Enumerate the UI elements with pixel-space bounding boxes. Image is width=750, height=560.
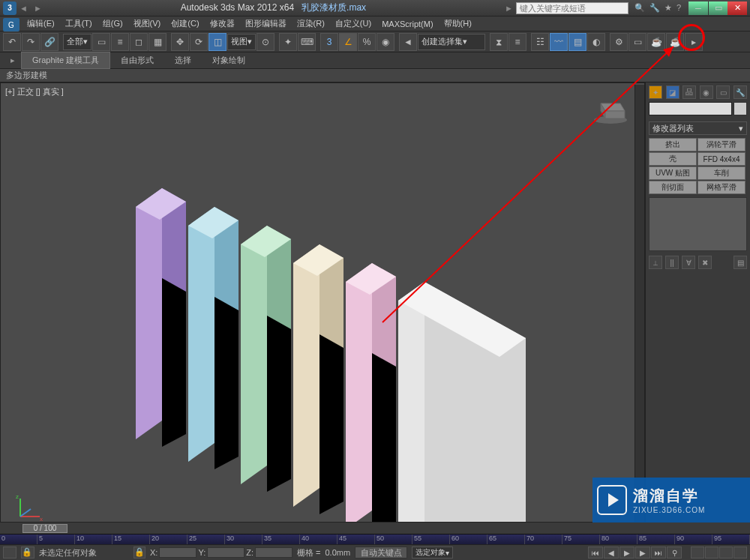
nav-pan-icon[interactable]: [691, 547, 704, 559]
stack-pin-icon[interactable]: ⟂: [649, 256, 662, 269]
curve-editor-button[interactable]: 〰: [550, 33, 568, 51]
refcoord-dropdown[interactable]: 视图 ▾: [227, 34, 256, 50]
goto-end-button[interactable]: ⏭: [651, 547, 666, 559]
redo-button[interactable]: ↷: [22, 33, 40, 51]
mod-slice-button[interactable]: 剖切面: [649, 181, 697, 194]
mirror-button[interactable]: ⧗: [490, 33, 508, 51]
layers-button[interactable]: ☷: [531, 33, 549, 51]
mod-meshsmooth-button[interactable]: 网格平滑: [698, 181, 746, 194]
object-color-swatch[interactable]: [734, 102, 747, 115]
window-close-button[interactable]: ✕: [728, 1, 747, 15]
menu-group[interactable]: 组(G): [98, 16, 128, 31]
select-name-button[interactable]: ≡: [111, 33, 129, 51]
nav-orbit-icon[interactable]: [719, 547, 733, 559]
window-crossing-button[interactable]: ▦: [148, 33, 166, 51]
menu-render[interactable]: 渲染(R): [292, 16, 329, 31]
menu-modifier[interactable]: 修改器: [206, 16, 239, 31]
selection-scope-dropdown[interactable]: 全部 ▾: [63, 34, 92, 50]
app-logo-icon[interactable]: 3: [3, 1, 16, 15]
goto-start-button[interactable]: ⏮: [588, 547, 603, 559]
menu-create[interactable]: 创建(C): [166, 16, 203, 31]
autokey-button[interactable]: 自动关键点: [355, 547, 407, 559]
timeline-ruler[interactable]: 05 1015 2025 3035 4045 5055 6065 7075 80…: [0, 534, 750, 544]
mod-extrude-button[interactable]: 挤出: [649, 138, 697, 151]
key-mode-icon[interactable]: ⚲: [667, 547, 682, 559]
stack-showend-icon[interactable]: ||: [665, 256, 679, 269]
infocenter-help-icon[interactable]: ?: [676, 3, 681, 13]
render-production-button[interactable]: ☕: [647, 33, 665, 51]
named-selset-prev[interactable]: ◄: [399, 33, 417, 51]
render-iterative-button[interactable]: ☕: [666, 33, 684, 51]
panel-hierarchy-icon[interactable]: 品: [682, 85, 696, 99]
coord-y-input[interactable]: [207, 547, 244, 558]
stack-remove-icon[interactable]: ✖: [698, 256, 712, 269]
stack-config-icon[interactable]: ▤: [734, 256, 747, 269]
panel-display-icon[interactable]: ▭: [716, 85, 730, 99]
manip-button[interactable]: ✦: [279, 33, 297, 51]
panel-modify-icon[interactable]: ◪: [666, 85, 680, 99]
named-selset-dropdown[interactable]: 创建选择集 ▾: [418, 34, 485, 50]
mod-ffd-button[interactable]: FFD 4x4x4: [698, 152, 746, 166]
menu-edit[interactable]: 编辑(E): [22, 16, 59, 31]
keymode-button[interactable]: ⌨: [298, 33, 316, 51]
mod-shell-button[interactable]: 壳: [649, 152, 697, 166]
modifier-list-dropdown[interactable]: 修改器列表▾: [649, 121, 747, 135]
panel-motion-icon[interactable]: ◉: [700, 85, 713, 99]
script-listener-icon[interactable]: [3, 547, 16, 559]
window-minimize-button[interactable]: ─: [688, 1, 708, 15]
percent-snap-button[interactable]: %: [358, 33, 376, 51]
mod-lathe-button[interactable]: 车削: [698, 166, 746, 180]
play-button[interactable]: ▶: [620, 547, 634, 559]
menu-tools[interactable]: 工具(T): [61, 16, 97, 31]
mod-uvw-button[interactable]: UVW 贴图: [649, 166, 697, 180]
stack-unique-icon[interactable]: ∀: [682, 256, 695, 269]
keyfilter-dropdown[interactable]: 选定对象 ▾: [412, 547, 453, 559]
scale-button[interactable]: ◫: [208, 33, 226, 51]
pivot-button[interactable]: ⊙: [256, 33, 274, 51]
menu-help[interactable]: 帮助(H): [440, 16, 476, 31]
selection-lock-icon[interactable]: 🔒: [134, 547, 146, 559]
rendered-frame-button[interactable]: ▭: [628, 33, 646, 51]
panel-create-icon[interactable]: ✦: [649, 85, 662, 99]
infocenter-star-icon[interactable]: ★: [664, 3, 672, 13]
menu-view[interactable]: 视图(V): [129, 16, 166, 31]
time-slider[interactable]: 0 / 100: [0, 522, 750, 534]
coord-z-input[interactable]: [255, 547, 292, 558]
tab-graphite[interactable]: Graphite 建模工具: [21, 52, 110, 69]
align-button[interactable]: ≡: [508, 33, 526, 51]
link-button[interactable]: 🔗: [40, 33, 58, 51]
select-region-button[interactable]: ◻: [130, 33, 148, 51]
next-frame-button[interactable]: ▶: [635, 547, 650, 559]
tab-freeform[interactable]: 自由形式: [110, 52, 164, 68]
infocenter-key-icon[interactable]: 🔧: [650, 3, 660, 13]
prev-frame-button[interactable]: ◀: [604, 547, 619, 559]
viewport-scrollbar[interactable]: [634, 85, 644, 522]
render-setup-button[interactable]: ⚙: [610, 33, 628, 51]
search-input[interactable]: [516, 2, 628, 14]
rotate-button[interactable]: ⟳: [190, 33, 208, 51]
snap-button[interactable]: 3: [320, 33, 338, 51]
window-maximize-button[interactable]: ▭: [708, 1, 728, 15]
infocenter-search-icon[interactable]: 🔍: [634, 3, 645, 13]
time-slider-handle[interactable]: 0 / 100: [22, 524, 68, 533]
tab-selection[interactable]: 选择: [164, 52, 202, 68]
menu-customize[interactable]: 自定义(U): [331, 16, 376, 31]
title-dropdown-icon[interactable]: ►: [505, 4, 513, 13]
panel-utility-icon[interactable]: 🔧: [734, 85, 747, 99]
spinner-snap-button[interactable]: ◉: [376, 33, 394, 51]
angle-snap-button[interactable]: ∠: [339, 33, 357, 51]
app-menu-icon[interactable]: G: [3, 18, 20, 31]
undo-button[interactable]: ↶: [3, 33, 21, 51]
select-object-button[interactable]: ▭: [92, 33, 110, 51]
menu-grapheditor[interactable]: 图形编辑器: [241, 16, 291, 31]
viewport[interactable]: [+] 正交 [] 真实 ]: [0, 82, 645, 537]
object-name-input[interactable]: [649, 102, 732, 115]
tab-objectpaint[interactable]: 对象绘制: [202, 52, 256, 68]
ribbon-panel-label[interactable]: 多边形建模: [0, 69, 750, 82]
mod-turbosmooth-button[interactable]: 涡轮平滑: [698, 138, 746, 151]
move-button[interactable]: ✥: [171, 33, 189, 51]
material-editor-button[interactable]: ◐: [587, 33, 605, 51]
history-back-icon[interactable]: ◄: [20, 4, 28, 13]
modifier-stack[interactable]: [649, 197, 747, 251]
coord-x-input[interactable]: [159, 547, 196, 558]
